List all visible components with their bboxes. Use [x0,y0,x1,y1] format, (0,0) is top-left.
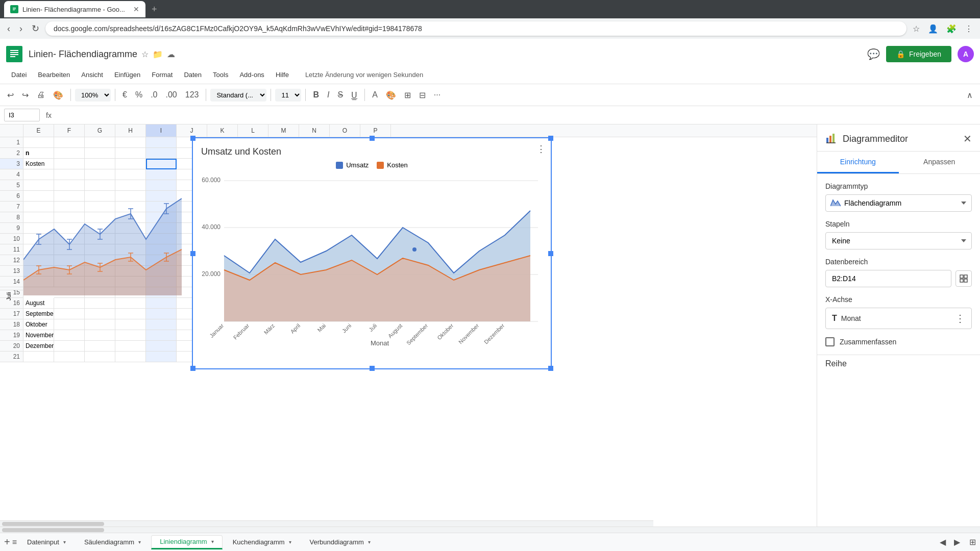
chart-handle-bm[interactable] [370,366,375,371]
cell-e2[interactable]: n [23,148,54,159]
cell-i6[interactable] [146,191,177,202]
menu-item-bearbeiten[interactable]: Bearbeiten [33,69,75,81]
cell-h4[interactable] [115,169,146,180]
cell-i11[interactable] [146,244,177,255]
cell-e13[interactable] [23,266,54,277]
cell-i17[interactable] [146,309,177,319]
menu-item-addons[interactable]: Add-ons [234,69,269,81]
cell-f4[interactable] [54,169,85,180]
cell-h11[interactable] [115,244,146,255]
stapeln-select[interactable]: Keine [825,232,972,249]
bold-button[interactable]: B [310,88,322,102]
cell-h7[interactable] [115,202,146,212]
decimal-increase-button[interactable]: .00 [162,88,180,102]
tab-saeulendiagramm[interactable]: Säulendiagramm ▾ [76,535,149,549]
chart-handle-tl[interactable] [190,136,195,141]
col-header-m[interactable]: M [268,124,299,137]
cell-g4[interactable] [85,169,115,180]
cell-e4[interactable] [23,169,54,180]
cell-f20[interactable] [54,341,85,352]
cell-f19[interactable] [54,330,85,341]
menu-item-format[interactable]: Format [146,69,178,81]
cell-f21[interactable] [54,352,85,362]
cell-e8[interactable] [23,212,54,223]
refresh-button[interactable]: ↻ [29,21,42,36]
cell-h20[interactable] [115,341,146,352]
currency-button[interactable]: € [119,88,130,102]
address-bar[interactable] [45,21,906,36]
cell-h5[interactable] [115,180,146,191]
col-header-p[interactable]: P [360,124,391,137]
col-header-h[interactable]: H [115,124,146,137]
chart-panel-close-button[interactable]: ✕ [963,133,972,145]
cell-h10[interactable] [115,234,146,244]
cell-i9[interactable] [146,223,177,234]
cell-h8[interactable] [115,212,146,223]
tab-verbunddiagramm[interactable]: Verbunddiagramm ▾ [302,535,379,549]
tab-next-button[interactable]: ▶ [951,535,963,549]
profile-icon[interactable]: 👤 [925,21,941,37]
datenbereich-input[interactable] [825,270,951,287]
cell-g13[interactable] [85,266,115,277]
cell-i18[interactable] [146,319,177,330]
menu-item-hilfe[interactable]: Hilfe [271,69,294,81]
tab-prev-button[interactable]: ◀ [937,535,949,549]
cell-h3[interactable] [115,159,146,169]
menu-icon[interactable]: ⋮ [962,21,976,37]
strikethrough-button[interactable]: S [334,88,346,102]
percent-button[interactable]: % [132,88,145,102]
cell-i3[interactable] [146,159,177,169]
star-icon[interactable]: ☆ [141,49,149,59]
cell-e11[interactable] [23,244,54,255]
menu-item-ansicht[interactable]: Ansicht [76,69,108,81]
undo-button[interactable]: ↩ [4,88,17,102]
cell-g12[interactable] [85,255,115,266]
cell-e6[interactable] [23,191,54,202]
col-header-j[interactable]: J [177,124,207,137]
scroll-thumb[interactable] [2,522,104,526]
browser-tab[interactable]: Linien- Flächendiagramme - Goo... ✕ [4,1,145,17]
cell-g1[interactable] [85,137,115,148]
new-tab-button[interactable]: + [150,2,159,17]
cell-i7[interactable] [146,202,177,212]
cell-e16[interactable]: August [23,298,54,309]
menu-item-datei[interactable]: Datei [6,69,32,81]
cell-g16[interactable] [85,298,115,309]
tab-linien-dropdown[interactable]: ▾ [211,539,214,544]
cell-g6[interactable] [85,191,115,202]
cell-g5[interactable] [85,180,115,191]
cell-f18[interactable] [54,319,85,330]
cell-e18[interactable]: Oktober [23,319,54,330]
cell-i20[interactable] [146,341,177,352]
user-avatar[interactable]: A [958,46,974,62]
fill-color-button[interactable]: 🎨 [383,88,399,102]
cell-i12[interactable] [146,255,177,266]
cell-i5[interactable] [146,180,177,191]
cell-f17[interactable] [54,309,85,319]
comment-icon[interactable]: 💬 [867,48,880,60]
expand-sidebar-button[interactable]: ⊞ [969,537,976,547]
cell-i15[interactable] [146,287,177,298]
cell-e14[interactable] [23,277,54,287]
redo-button[interactable]: ↪ [19,88,32,102]
forward-button[interactable]: › [16,21,26,36]
cell-g7[interactable] [85,202,115,212]
col-header-o[interactable]: O [330,124,360,137]
cell-f13[interactable] [54,266,85,277]
cell-f11[interactable] [54,244,85,255]
cell-f8[interactable] [54,212,85,223]
x-achse-more-button[interactable]: ⋮ [955,312,965,324]
tab-close-icon[interactable]: ✕ [133,5,139,13]
number-format-button[interactable]: 123 [182,88,202,102]
cell-g18[interactable] [85,319,115,330]
extensions-icon[interactable]: 🧩 [943,21,960,37]
datenbereich-grid-button[interactable] [955,270,972,287]
cell-e7[interactable] [23,202,54,212]
tab-kuchendiagramm[interactable]: Kuchendiagramm ▾ [225,535,300,549]
cell-f1[interactable] [54,137,85,148]
add-sheet-button[interactable]: + [4,536,10,548]
cell-g17[interactable] [85,309,115,319]
cell-h9[interactable] [115,223,146,234]
italic-button[interactable]: I [324,88,332,102]
print-button[interactable]: 🖨 [34,88,48,102]
